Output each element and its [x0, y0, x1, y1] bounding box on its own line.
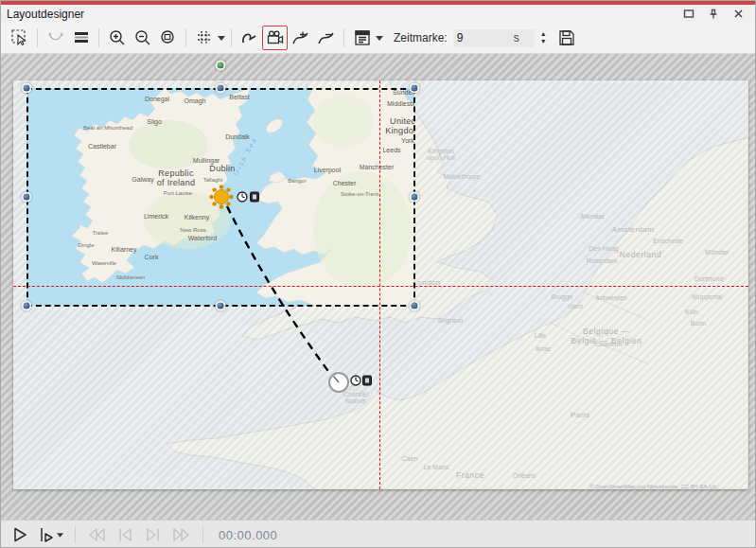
titlebar: Layoutdesigner — [1, 5, 755, 23]
selection-handle[interactable] — [22, 301, 32, 311]
timemark-list-icon[interactable] — [349, 26, 375, 50]
zeitmarke-unit: s — [514, 31, 519, 44]
toolbar: Zeitmarke: s ▲▼ — [1, 23, 755, 54]
toolbar-separator — [343, 28, 344, 47]
selection-handle[interactable] — [22, 192, 32, 203]
selection-handle[interactable] — [216, 301, 226, 311]
selection-handle[interactable] — [410, 83, 420, 94]
sun-waypoint-marker[interactable] — [209, 185, 233, 208]
toolbar-separator — [185, 28, 186, 47]
play-from-marker-button[interactable] — [37, 524, 65, 545]
save-icon[interactable] — [554, 26, 580, 50]
keyframe-add-icon[interactable] — [288, 26, 313, 50]
timecode-display: 00:00.000 — [219, 528, 277, 542]
layers-icon[interactable] — [68, 26, 94, 50]
rewind-button[interactable] — [85, 524, 108, 545]
zeitmarke-input[interactable] — [457, 31, 501, 44]
select-tool-icon[interactable] — [7, 26, 32, 50]
grid-icon[interactable] — [191, 26, 217, 50]
restore-icon[interactable] — [681, 8, 696, 21]
selection-handle[interactable] — [410, 301, 420, 311]
grid-dropdown-caret[interactable] — [217, 26, 226, 50]
transport-bar: 00:00.000 — [1, 520, 755, 548]
rotation-handle[interactable] — [216, 61, 226, 71]
route-dashed-line[interactable] — [227, 206, 330, 374]
transport-separator — [75, 526, 76, 543]
zoom-in-icon[interactable] — [104, 26, 130, 50]
pin-icon[interactable] — [706, 8, 721, 21]
selection-handle[interactable] — [22, 83, 32, 94]
zeitmarke-label: Zeitmarke: — [394, 31, 448, 44]
snap-curve-icon[interactable] — [43, 26, 68, 50]
window-title: Layoutdesigner — [7, 8, 681, 21]
close-icon[interactable] — [730, 8, 746, 21]
play-button[interactable] — [9, 524, 31, 545]
time-keyframe-icon — [363, 376, 372, 385]
sun-clock-icon — [237, 192, 247, 202]
fast-forward-button[interactable] — [170, 524, 193, 545]
transport-separator — [202, 526, 203, 543]
toolbar-separator — [37, 28, 38, 47]
skip-to-start-button[interactable] — [114, 524, 136, 545]
camera-tool-icon[interactable] — [262, 26, 288, 50]
layoutdesigner-window: Layoutdesigner — [0, 0, 756, 548]
time-clock-icon — [351, 376, 360, 385]
spline-icon[interactable] — [237, 26, 262, 50]
layout-canvas[interactable]: Kingston upon HullMablethorpeLondonBrigh… — [1, 54, 755, 520]
timemark-dropdown-caret[interactable] — [375, 26, 384, 50]
keyframe-remove-icon[interactable] — [313, 26, 339, 50]
zoom-out-icon[interactable] — [130, 26, 155, 50]
zeitmarke-spinner[interactable]: ▲▼ — [540, 31, 547, 44]
sun-keyframe-icon — [251, 192, 259, 202]
zeitmarke-field[interactable]: s — [453, 29, 535, 47]
toolbar-separator — [231, 28, 232, 47]
route-overlay — [1, 54, 755, 520]
skip-to-end-button[interactable] — [142, 524, 165, 545]
toolbar-separator — [98, 28, 99, 47]
zoom-fit-icon[interactable] — [155, 26, 181, 50]
selection-handle[interactable] — [216, 83, 226, 94]
selection-handle[interactable] — [410, 192, 420, 203]
time-waypoint-marker[interactable] — [329, 373, 348, 392]
